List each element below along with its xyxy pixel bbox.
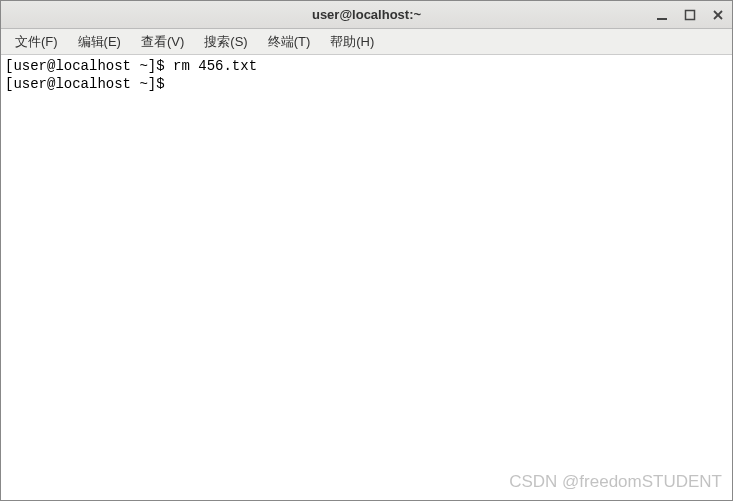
menu-edit[interactable]: 编辑(E) [70,30,129,54]
menu-view[interactable]: 查看(V) [133,30,192,54]
terminal-prompt: [user@localhost ~]$ [5,58,173,74]
menubar: 文件(F) 编辑(E) 查看(V) 搜索(S) 终端(T) 帮助(H) [1,29,732,55]
window-titlebar: user@localhost:~ [1,1,732,29]
maximize-button[interactable] [682,7,698,23]
menu-terminal[interactable]: 终端(T) [260,30,319,54]
window-title: user@localhost:~ [1,7,732,22]
minimize-button[interactable] [654,7,670,23]
minimize-icon [656,9,668,21]
terminal-prompt: [user@localhost ~]$ [5,76,173,92]
window-controls [654,7,726,23]
maximize-icon [684,9,696,21]
close-button[interactable] [710,7,726,23]
close-icon [712,9,724,21]
menu-search[interactable]: 搜索(S) [196,30,255,54]
menu-help[interactable]: 帮助(H) [322,30,382,54]
svg-rect-1 [686,10,695,19]
terminal-area[interactable]: [user@localhost ~]$ rm 456.txt [user@loc… [1,55,732,500]
menu-file[interactable]: 文件(F) [7,30,66,54]
terminal-command: rm 456.txt [173,58,257,74]
